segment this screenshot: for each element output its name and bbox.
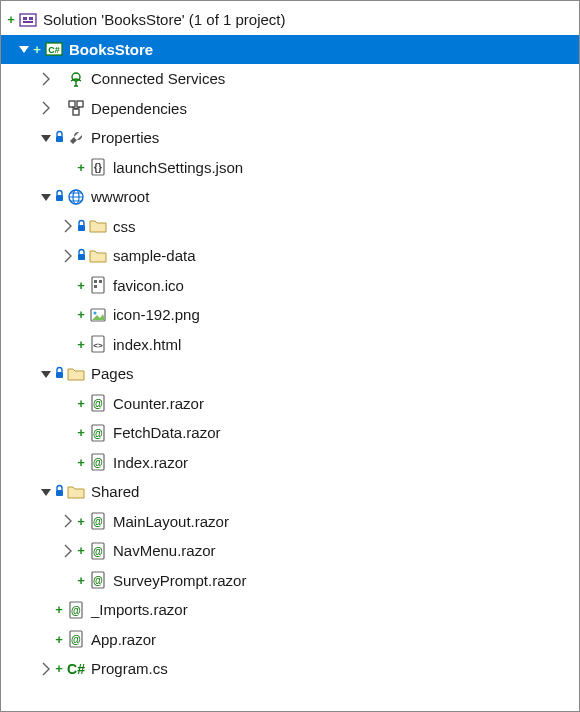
node-label: Counter.razor bbox=[113, 395, 571, 412]
node-label: favicon.ico bbox=[113, 277, 571, 294]
lock-icon bbox=[53, 483, 65, 500]
connected-services-icon bbox=[67, 70, 85, 88]
git-plus-icon: + bbox=[31, 43, 43, 56]
node-label: FetchData.razor bbox=[113, 424, 571, 441]
git-plus-icon: + bbox=[75, 426, 87, 439]
node-label: NavMenu.razor bbox=[113, 542, 571, 559]
folder-node-pages[interactable]: Pages bbox=[1, 359, 579, 389]
git-plus-icon: + bbox=[75, 456, 87, 469]
expand-arrow-icon[interactable] bbox=[39, 101, 53, 115]
expand-arrow-icon[interactable] bbox=[39, 662, 53, 676]
node-label: Dependencies bbox=[91, 100, 571, 117]
git-plus-icon: + bbox=[75, 397, 87, 410]
git-plus-icon: + bbox=[53, 603, 65, 616]
file-node-fetchdata[interactable]: + FetchData.razor bbox=[1, 418, 579, 448]
git-plus-icon: + bbox=[5, 13, 17, 26]
html-file-icon bbox=[89, 335, 107, 353]
node-label: Index.razor bbox=[113, 454, 571, 471]
file-node-favicon[interactable]: + favicon.ico bbox=[1, 271, 579, 301]
node-label: css bbox=[113, 218, 571, 235]
node-label: index.html bbox=[113, 336, 571, 353]
solution-explorer-tree[interactable]: + Solution 'BooksStore' (1 of 1 project)… bbox=[1, 1, 579, 688]
razor-file-icon bbox=[89, 512, 107, 530]
file-node-program[interactable]: + Program.cs bbox=[1, 654, 579, 684]
connected-services-node[interactable]: Connected Services bbox=[1, 64, 579, 94]
folder-node-css[interactable]: css bbox=[1, 212, 579, 242]
folder-node-shared[interactable]: Shared bbox=[1, 477, 579, 507]
git-plus-icon: + bbox=[75, 308, 87, 321]
razor-file-icon bbox=[67, 630, 85, 648]
node-label: Pages bbox=[91, 365, 571, 382]
project-node[interactable]: + BooksStore bbox=[1, 35, 579, 65]
razor-file-icon bbox=[89, 571, 107, 589]
node-label: wwwroot bbox=[91, 188, 571, 205]
node-label: SurveyPrompt.razor bbox=[113, 572, 571, 589]
expand-arrow-icon[interactable] bbox=[61, 544, 75, 558]
node-label: launchSettings.json bbox=[113, 159, 571, 176]
file-node-navmenu[interactable]: + NavMenu.razor bbox=[1, 536, 579, 566]
lock-icon bbox=[75, 218, 87, 235]
expand-arrow-icon[interactable] bbox=[61, 219, 75, 233]
wrench-icon bbox=[67, 129, 85, 147]
node-label: Connected Services bbox=[91, 70, 571, 87]
node-label: sample-data bbox=[113, 247, 571, 264]
expand-arrow-icon[interactable] bbox=[39, 367, 53, 381]
file-node-counter[interactable]: + Counter.razor bbox=[1, 389, 579, 419]
expand-arrow-icon[interactable] bbox=[39, 190, 53, 204]
solution-icon bbox=[19, 11, 37, 29]
git-plus-icon: + bbox=[75, 544, 87, 557]
file-node-indexhtml[interactable]: + index.html bbox=[1, 330, 579, 360]
image-file-icon bbox=[89, 306, 107, 324]
node-label: App.razor bbox=[91, 631, 571, 648]
node-label: Shared bbox=[91, 483, 571, 500]
csharp-file-icon bbox=[67, 660, 85, 678]
node-label: Program.cs bbox=[91, 660, 571, 677]
git-plus-icon: + bbox=[53, 633, 65, 646]
file-node-apprazor[interactable]: + App.razor bbox=[1, 625, 579, 655]
file-node-icon192[interactable]: + icon-192.png bbox=[1, 300, 579, 330]
csproj-icon bbox=[45, 40, 63, 58]
properties-node[interactable]: Properties bbox=[1, 123, 579, 153]
solution-node[interactable]: + Solution 'BooksStore' (1 of 1 project) bbox=[1, 5, 579, 35]
lock-icon bbox=[53, 188, 65, 205]
git-plus-icon: + bbox=[75, 574, 87, 587]
folder-icon bbox=[89, 217, 107, 235]
lock-icon bbox=[53, 365, 65, 382]
dependencies-icon bbox=[67, 99, 85, 117]
node-label: Properties bbox=[91, 129, 571, 146]
folder-node-sample-data[interactable]: sample-data bbox=[1, 241, 579, 271]
folder-icon bbox=[67, 365, 85, 383]
lock-icon bbox=[53, 129, 65, 146]
razor-file-icon bbox=[89, 394, 107, 412]
node-label: MainLayout.razor bbox=[113, 513, 571, 530]
file-node-mainlayout[interactable]: + MainLayout.razor bbox=[1, 507, 579, 537]
file-node-surveyprompt[interactable]: + SurveyPrompt.razor bbox=[1, 566, 579, 596]
expand-arrow-icon[interactable] bbox=[39, 72, 53, 86]
expand-arrow-icon[interactable] bbox=[39, 485, 53, 499]
git-plus-icon: + bbox=[53, 662, 65, 675]
razor-file-icon bbox=[89, 424, 107, 442]
wwwroot-node[interactable]: wwwroot bbox=[1, 182, 579, 212]
globe-icon bbox=[67, 188, 85, 206]
solution-label: Solution 'BooksStore' (1 of 1 project) bbox=[43, 11, 571, 28]
expand-arrow-icon[interactable] bbox=[39, 131, 53, 145]
expand-arrow-icon[interactable] bbox=[17, 42, 31, 56]
ico-file-icon bbox=[89, 276, 107, 294]
git-plus-icon: + bbox=[75, 279, 87, 292]
lock-icon bbox=[75, 247, 87, 264]
json-file-icon bbox=[89, 158, 107, 176]
dependencies-node[interactable]: Dependencies bbox=[1, 94, 579, 124]
file-node-launchsettings[interactable]: + launchSettings.json bbox=[1, 153, 579, 183]
razor-file-icon bbox=[89, 453, 107, 471]
folder-icon bbox=[89, 247, 107, 265]
git-plus-icon: + bbox=[75, 338, 87, 351]
node-label: icon-192.png bbox=[113, 306, 571, 323]
razor-file-icon bbox=[67, 601, 85, 619]
razor-file-icon bbox=[89, 542, 107, 560]
expand-arrow-icon[interactable] bbox=[61, 249, 75, 263]
folder-icon bbox=[67, 483, 85, 501]
file-node-imports[interactable]: + _Imports.razor bbox=[1, 595, 579, 625]
expand-arrow-icon[interactable] bbox=[61, 514, 75, 528]
file-node-indexrazor[interactable]: + Index.razor bbox=[1, 448, 579, 478]
project-label: BooksStore bbox=[69, 41, 571, 58]
